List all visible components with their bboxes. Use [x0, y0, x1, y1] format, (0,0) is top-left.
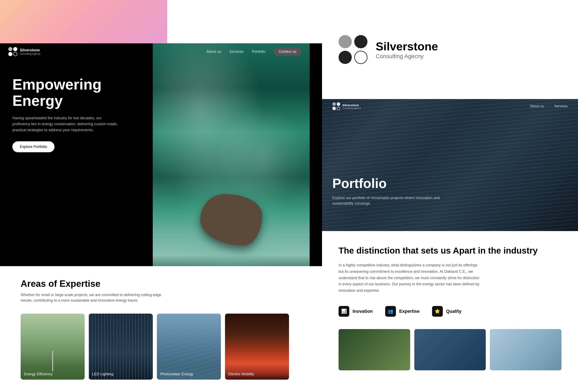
energy-image	[21, 314, 85, 380]
portfolio-section: Silverstone Consulting Agecny About us S…	[322, 99, 578, 231]
distinction-features: 📊 Inovation 👥 Expertise ⭐ Quality	[338, 306, 562, 317]
logo-icon	[8, 47, 17, 56]
ocean-image	[153, 43, 310, 266]
portfolio-nav-services[interactable]: Services	[554, 104, 568, 108]
portfolio-nav: Silverstone Consulting Agecny About us S…	[322, 99, 578, 113]
portfolio-content: Portfolio Explore our portfolio of remar…	[332, 176, 456, 206]
distinction-description: In a highly competitive industry, what d…	[338, 262, 483, 294]
led-image	[89, 314, 153, 380]
nav-services[interactable]: Services	[229, 49, 243, 54]
photo-image	[157, 314, 221, 380]
nav-contact-button[interactable]: Contect us	[274, 47, 301, 56]
area-card-led: LED Lighting	[89, 314, 153, 380]
quality-icon: ⭐	[432, 306, 443, 317]
feature-expertise: 👥 Expertise	[385, 306, 420, 317]
distinction-title: The distinction that sets us Apart in th…	[338, 246, 562, 256]
areas-description: Whether for small or large-scale project…	[21, 292, 165, 303]
brand-subtitle: Consulting Agecny	[376, 53, 438, 60]
area-label-electric: Electric Mobility	[228, 372, 254, 376]
areas-section: Areas of Expertise Whether for small or …	[0, 266, 310, 392]
hero-description: Having spearheaded the industry for two …	[12, 115, 120, 133]
feature-quality: ⭐ Quality	[432, 306, 462, 317]
portfolio-title: Portfolio	[332, 176, 456, 191]
innovation-icon: 📊	[338, 306, 349, 317]
distinction-section: The distinction that sets us Apart in th…	[322, 231, 578, 392]
brand-name: Silverstone	[376, 40, 438, 53]
hero-logo: Silverstone Consulting Agecny	[8, 47, 40, 56]
area-card-photo: Photovoltaic Energy	[157, 314, 221, 380]
area-card-energy: Energy Efficiency	[21, 314, 85, 380]
hero-nav: Silverstone Consulting Agecny About us S…	[0, 43, 310, 60]
expertise-label: Expertise	[399, 309, 420, 314]
quality-label: Quality	[446, 309, 462, 314]
nav-portfolio[interactable]: Portfolio	[252, 49, 265, 54]
explore-portfolio-button[interactable]: Explore Portfolio	[12, 141, 54, 152]
areas-title: Areas of Expertise	[21, 278, 289, 289]
expertise-icon: 👥	[385, 306, 396, 317]
black-divider	[310, 43, 322, 266]
portfolio-logo: Silverstone Consulting Agecny	[332, 102, 361, 110]
portfolio-background	[322, 99, 578, 231]
bottom-image-3	[490, 329, 562, 370]
brand-logo-icon	[338, 35, 367, 64]
bottom-images	[338, 329, 562, 370]
area-card-electric: Electric Mobility	[225, 314, 289, 380]
area-label-photo: Photovoltaic Energy	[160, 372, 193, 376]
electric-image	[225, 314, 289, 380]
innovation-label: Inovation	[353, 309, 373, 314]
hero-logo-text: Silverstone Consulting Agecny	[20, 48, 40, 55]
area-label-led: LED Lighting	[92, 372, 113, 376]
brand-text: Silverstone Consulting Agecny	[376, 40, 438, 60]
portfolio-nav-about[interactable]: About us	[530, 104, 544, 108]
nav-about[interactable]: About us	[206, 49, 221, 54]
hero-section: Silverstone Consulting Agecny About us S…	[0, 43, 310, 266]
portfolio-description: Explore our portfolio of remarkable proj…	[332, 195, 456, 206]
brand-display: Silverstone Consulting Agecny	[322, 0, 578, 99]
portfolio-nav-links: About us Services	[530, 104, 568, 108]
areas-grid: Energy Efficiency LED Lighting Photovolt…	[21, 314, 289, 380]
bottom-image-2	[414, 329, 486, 370]
area-label-energy: Energy Efficiency	[24, 372, 53, 376]
feature-innovation: 📊 Inovation	[338, 306, 373, 317]
gradient-background	[0, 0, 167, 43]
bottom-image-1	[338, 329, 410, 370]
hero-title: Empowering Energy	[12, 76, 120, 109]
hero-nav-links: About us Services Portfolio Contect us	[206, 47, 301, 56]
hero-content: Empowering Energy Having spearheaded the…	[12, 76, 120, 152]
portfolio-logo-text: Silverstone Consulting Agecny	[342, 103, 361, 109]
hero-image	[153, 43, 310, 266]
portfolio-logo-icon	[332, 102, 340, 110]
